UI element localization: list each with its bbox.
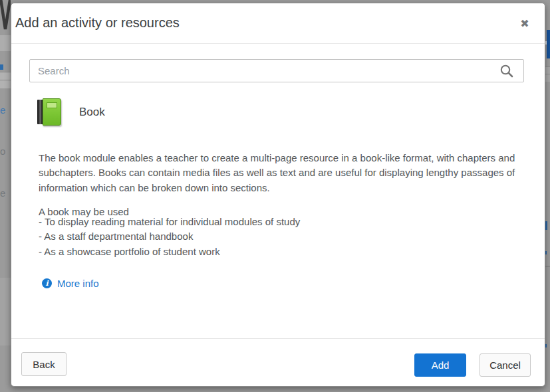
backdrop-divider (545, 266, 550, 267)
more-info-label: More info (57, 278, 99, 290)
backdrop-left-sliver: e o e (0, 0, 11, 392)
module-description: The book module enables a teacher to cre… (39, 151, 528, 195)
backdrop-block (0, 35, 11, 51)
footer-divider (11, 338, 545, 339)
close-icon[interactable]: ✖ (518, 17, 531, 31)
backdrop-blue-button-fragment (547, 30, 550, 58)
backdrop-text-fragment: e (0, 188, 5, 198)
backdrop-row (0, 80, 11, 88)
book-icon-label (47, 102, 57, 108)
backdrop-letter-w-fragment (0, 0, 11, 32)
backdrop-row (545, 74, 550, 82)
usage-list: - To display reading material for indivi… (39, 215, 528, 259)
cancel-button[interactable]: Cancel (480, 353, 531, 377)
usage-list-item: - To display reading material for indivi… (39, 215, 528, 229)
back-button[interactable]: Back (21, 352, 67, 376)
search-input[interactable] (29, 59, 524, 82)
module-name: Book (79, 104, 105, 121)
book-icon (37, 98, 62, 126)
add-activity-modal: Add an activity or resources ✖ Book The … (11, 3, 545, 387)
backdrop-text-fragment: e (0, 105, 5, 115)
book-icon-cover (43, 98, 61, 126)
info-icon: i (42, 278, 52, 288)
modal-header: Add an activity or resources ✖ (11, 3, 545, 44)
usage-list-item: - As a staff departmental handbook (39, 229, 528, 244)
book-icon-spine (37, 100, 43, 124)
backdrop-block (0, 278, 11, 345)
add-button[interactable]: Add (414, 353, 466, 377)
backdrop-text-fragment: o (0, 146, 5, 156)
search-icon (499, 63, 515, 79)
backdrop-link-fragment (0, 64, 3, 70)
usage-list-item: - As a showcase portfolio of student wor… (39, 245, 528, 259)
modal-title: Add an activity or resources (15, 3, 180, 43)
backdrop-right-sliver (545, 0, 550, 392)
